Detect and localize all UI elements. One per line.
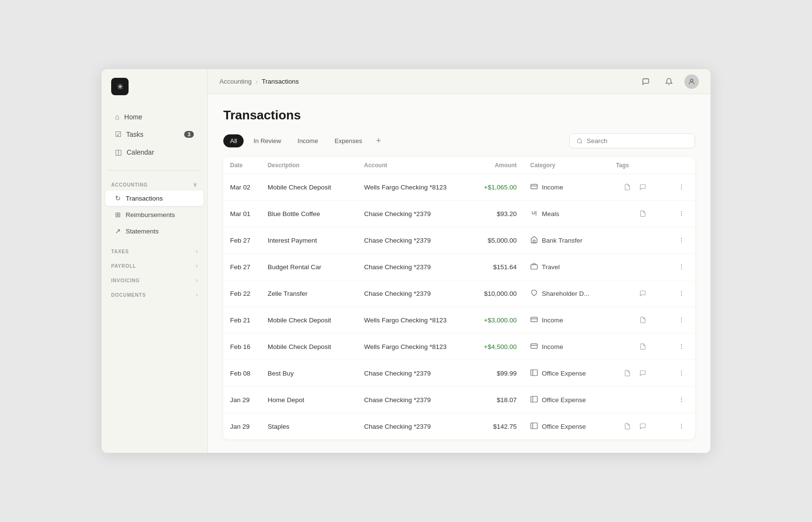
svg-rect-12 <box>533 240 535 242</box>
more-options-icon[interactable] <box>675 313 688 327</box>
receipt-icon[interactable] <box>636 313 650 327</box>
cell-account: Wells Fargo Checking *8123 <box>357 334 464 360</box>
category-icon <box>530 209 538 218</box>
more-options-icon[interactable] <box>675 393 688 406</box>
filter-add-button[interactable]: + <box>372 134 385 148</box>
cell-date: Jan 29 <box>223 387 261 413</box>
sidebar-item-reimbursements[interactable]: ⊞ Reimbursements <box>105 207 203 222</box>
reimbursements-icon: ⊞ <box>115 211 121 218</box>
sidebar-item-transactions[interactable]: ↻ Transactions <box>105 190 203 206</box>
sidebar-item-tasks[interactable]: ☑ Tasks 3 <box>105 126 203 143</box>
comment-icon[interactable] <box>636 366 650 380</box>
cell-actions <box>656 360 695 387</box>
filter-tab-in-review[interactable]: In Review <box>246 134 288 147</box>
filter-tab-all[interactable]: All <box>223 134 244 147</box>
category-icon <box>530 369 538 378</box>
avatar[interactable] <box>684 74 699 89</box>
cell-category: Income <box>523 334 609 360</box>
svg-point-11 <box>681 216 682 216</box>
sidebar-divider <box>107 170 202 171</box>
home-icon: ⌂ <box>115 113 119 121</box>
more-options-icon[interactable] <box>675 287 688 300</box>
svg-rect-23 <box>531 317 537 321</box>
comment-icon[interactable] <box>636 420 650 433</box>
receipt-icon[interactable] <box>621 420 634 433</box>
cell-date: Feb 22 <box>223 280 261 307</box>
cell-description: Best Buy <box>261 360 358 387</box>
search-input[interactable] <box>587 137 688 145</box>
comment-icon[interactable] <box>636 287 650 300</box>
table-row: Feb 22 Zelle Transfer Chase Checking *23… <box>223 280 695 307</box>
more-options-icon[interactable] <box>675 207 688 220</box>
sidebar-item-documents[interactable]: DOCUMENTS › <box>105 288 203 302</box>
filter-tab-expenses[interactable]: Expenses <box>328 134 369 147</box>
more-options-icon[interactable] <box>675 366 688 380</box>
cell-actions <box>656 254 695 280</box>
more-options-icon[interactable] <box>675 180 688 194</box>
receipt-icon[interactable] <box>621 180 634 194</box>
table-row: Jan 29 Staples Chase Checking *2379 $142… <box>223 413 695 440</box>
svg-point-5 <box>681 185 682 185</box>
receipt-icon[interactable] <box>636 207 650 220</box>
sidebar: ✳ ⌂ Home ☑ Tasks 3 ◫ Calendar ACCOUNTING… <box>102 69 208 453</box>
cell-actions <box>656 174 695 201</box>
svg-point-46 <box>681 426 682 426</box>
col-category: Category <box>523 157 609 174</box>
svg-point-27 <box>681 322 682 322</box>
cell-description: Blue Bottle Coffee <box>261 201 358 227</box>
cell-account: Wells Fargo Checking *8123 <box>357 174 464 201</box>
receipt-icon[interactable] <box>636 340 650 353</box>
cell-actions <box>656 334 695 360</box>
sidebar-item-statements[interactable]: ↗ Statements <box>105 223 203 239</box>
sidebar-item-calendar[interactable]: ◫ Calendar <box>105 144 203 161</box>
sidebar-item-payroll[interactable]: PAYROLL › <box>105 259 203 273</box>
breadcrumb: Accounting › Transactions <box>219 78 299 86</box>
cell-account: Chase Checking *2379 <box>357 254 464 280</box>
cell-category: Income <box>523 174 609 201</box>
svg-point-36 <box>681 373 682 373</box>
col-account: Account <box>357 157 464 174</box>
breadcrumb-parent[interactable]: Accounting <box>219 78 252 85</box>
calendar-icon: ◫ <box>115 148 122 157</box>
svg-point-14 <box>681 240 682 240</box>
cell-date: Feb 16 <box>223 334 261 360</box>
accounting-section-label[interactable]: ACCOUNTING ∨ <box>111 181 198 188</box>
comment-icon[interactable] <box>636 180 650 194</box>
cell-account: Chase Checking *2379 <box>357 201 464 227</box>
cell-tags <box>609 387 656 413</box>
cell-description: Interest Payment <box>261 227 358 254</box>
more-options-icon[interactable] <box>675 420 688 433</box>
sidebar-item-taxes[interactable]: TAXES › <box>105 244 203 259</box>
filters-row: All In Review Income Expenses + <box>223 133 695 148</box>
filter-tab-income[interactable]: Income <box>291 134 325 147</box>
table-row: Feb 16 Mobile Check Deposit Wells Fargo … <box>223 334 695 360</box>
sidebar-item-home[interactable]: ⌂ Home <box>105 108 203 125</box>
cell-account: Chase Checking *2379 <box>357 280 464 307</box>
tasks-badge: 3 <box>184 131 194 138</box>
svg-point-7 <box>681 189 682 189</box>
more-options-icon[interactable] <box>675 233 688 247</box>
cell-tags <box>609 280 656 307</box>
receipt-icon[interactable] <box>621 366 634 380</box>
svg-point-37 <box>681 375 682 376</box>
cell-category: Travel <box>523 254 609 280</box>
svg-point-0 <box>690 79 693 81</box>
cell-tags <box>609 201 656 227</box>
more-options-icon[interactable] <box>675 260 688 274</box>
more-options-icon[interactable] <box>675 340 688 353</box>
app-shell: ✳ ⌂ Home ☑ Tasks 3 ◫ Calendar ACCOUNTING… <box>102 69 710 453</box>
svg-point-6 <box>681 187 682 187</box>
chat-button[interactable] <box>638 74 653 89</box>
svg-point-26 <box>681 319 682 320</box>
sidebar-nav: ⌂ Home ☑ Tasks 3 ◫ Calendar <box>102 104 207 165</box>
sidebar-item-invoicing[interactable]: INVOICING › <box>105 273 203 288</box>
sidebar-item-statements-label: Statements <box>126 228 159 235</box>
cell-category: Shareholder D... <box>523 280 609 307</box>
app-logo-icon: ✳ <box>111 78 129 95</box>
svg-point-1 <box>578 139 581 143</box>
table-row: Feb 27 Interest Payment Chase Checking *… <box>223 227 695 254</box>
col-description: Description <box>261 157 358 174</box>
svg-point-40 <box>681 397 682 398</box>
category-icon <box>530 316 538 325</box>
notifications-button[interactable] <box>661 74 677 89</box>
